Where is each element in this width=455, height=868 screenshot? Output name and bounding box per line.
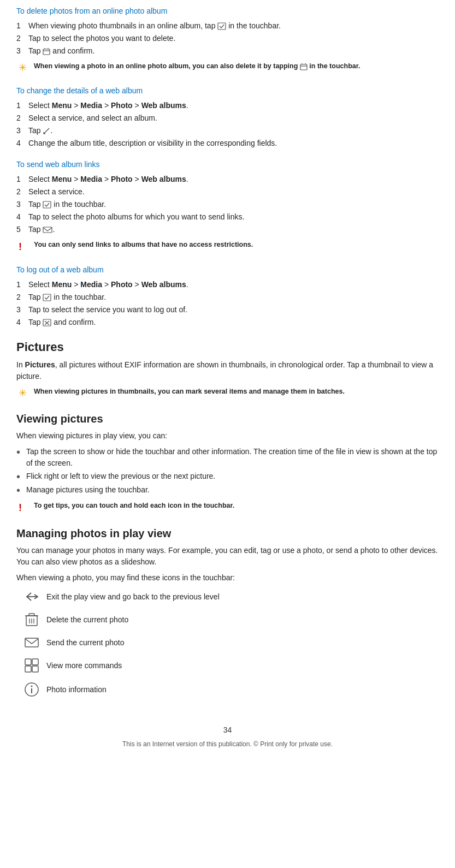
svg-line-9 <box>44 128 49 134</box>
delete-photos-steps: 1 When viewing photo thumbnails in an on… <box>16 20 439 57</box>
svg-rect-1 <box>43 49 50 55</box>
svg-rect-29 <box>32 666 38 672</box>
svg-rect-25 <box>25 638 38 647</box>
step-item: 4 Tap to select the photo albums for whi… <box>16 211 439 223</box>
tip-icon: ✳ <box>19 61 29 75</box>
svg-rect-12 <box>43 201 51 208</box>
svg-rect-14 <box>43 294 51 301</box>
step-item: 1 Select Menu > Media > Photo > Web albu… <box>16 174 439 185</box>
change-details-title: To change the details of a web album <box>16 85 439 97</box>
step-item: 3 Tap and confirm. <box>16 45 439 57</box>
info-icon <box>16 682 46 697</box>
pictures-heading: Pictures <box>16 338 439 356</box>
warning-icon: ! <box>19 240 29 254</box>
svg-rect-28 <box>25 666 31 672</box>
step-item: 2 Select a service. <box>16 186 439 198</box>
viewing-pictures-intro: When viewing pictures in play view, you … <box>16 430 439 442</box>
bullet-dot: • <box>16 471 26 483</box>
send-links-warning: ! You can only send links to albums that… <box>19 240 439 254</box>
svg-rect-27 <box>32 659 38 665</box>
tip-text: When viewing pictures in thumbnails, you… <box>34 387 345 397</box>
info-icon-desc: Photo information <box>46 684 107 695</box>
page-number: 34 <box>16 724 439 736</box>
managing-photos-heading: Managing photos in play view <box>16 525 439 542</box>
commands-icon-desc: View more commands <box>46 660 122 671</box>
back-icon <box>16 590 46 603</box>
viewing-pictures-heading: Viewing pictures <box>16 411 439 427</box>
pictures-tip: ✳ When viewing pictures in thumbnails, y… <box>16 387 439 401</box>
icon-row-send: Send the current photo <box>16 636 439 649</box>
send-icon-desc: Send the current photo <box>46 637 124 649</box>
svg-point-32 <box>31 686 32 687</box>
delete-icon-desc: Delete the current photo <box>46 614 128 626</box>
step-item: 5 Tap . <box>16 224 439 235</box>
viewing-pictures-bullets: • Tap the screen to show or hide the tou… <box>16 446 439 496</box>
managing-photos-body2: When viewing a photo, you may find these… <box>16 572 439 584</box>
step-item: 3 Tap . <box>16 125 439 136</box>
managing-photos-body1: You can manage your photos in many ways.… <box>16 545 439 568</box>
commands-icon <box>16 658 46 673</box>
send-links-title: To send web album links <box>16 159 439 170</box>
svg-rect-13 <box>43 227 52 233</box>
footer-text: This is an Internet version of this publ… <box>16 739 439 749</box>
svg-rect-26 <box>25 659 31 665</box>
back-icon-desc: Exit the play view and go back to the pr… <box>46 591 220 603</box>
change-details-section: To change the details of a web album 1 S… <box>16 85 439 149</box>
send-links-steps: 1 Select Menu > Media > Photo > Web albu… <box>16 174 439 235</box>
bullet-item: • Tap the screen to show or hide the tou… <box>16 446 439 469</box>
viewing-pictures-section: Viewing pictures When viewing pictures i… <box>16 411 439 515</box>
step-item: 1 When viewing photo thumbnails in an on… <box>16 20 439 32</box>
step-item: 4 Tap and confirm. <box>16 317 439 328</box>
bullet-item: • Flick right or left to view the previo… <box>16 471 439 483</box>
svg-rect-5 <box>300 64 307 70</box>
step-item: 3 Tap in the touchbar. <box>16 199 439 210</box>
icons-table: Exit the play view and go back to the pr… <box>16 590 439 697</box>
managing-photos-section: Managing photos in play view You can man… <box>16 525 439 697</box>
bullet-item: • Manage pictures using the touchbar. <box>16 484 439 496</box>
step-item: 3 Tap to select the service you want to … <box>16 304 439 316</box>
viewing-pictures-warning: ! To get tips, you can touch and hold ea… <box>19 501 439 515</box>
send-icon <box>16 636 46 649</box>
change-details-steps: 1 Select Menu > Media > Photo > Web albu… <box>16 100 439 149</box>
warning-text: You can only send links to albums that h… <box>34 240 253 250</box>
step-item: 2 Select a service, and select an album. <box>16 112 439 124</box>
icon-row-delete: Delete the current photo <box>16 612 439 627</box>
pictures-body: In Pictures, all pictures without EXIF i… <box>16 359 439 382</box>
pictures-section: Pictures In Pictures, all pictures witho… <box>16 338 439 401</box>
delete-photos-title: To delete photos from an online photo al… <box>16 5 439 17</box>
step-item: 1 Select Menu > Media > Photo > Web albu… <box>16 100 439 111</box>
log-out-section: To log out of a web album 1 Select Menu … <box>16 264 439 328</box>
step-item: 2 Tap to select the photos you want to d… <box>16 33 439 44</box>
page-footer: 34 This is an Internet version of this p… <box>16 719 439 749</box>
log-out-title: To log out of a web album <box>16 264 439 276</box>
send-links-section: To send web album links 1 Select Menu > … <box>16 159 439 254</box>
warning-icon: ! <box>19 501 29 515</box>
bullet-dot: • <box>16 446 26 458</box>
delete-photos-tip: ✳ When viewing a photo in an online phot… <box>16 61 439 75</box>
step-item: 2 Tap in the touchbar. <box>16 292 439 303</box>
tip-text: When viewing a photo in an online photo … <box>34 61 360 72</box>
tip-icon: ✳ <box>19 386 29 401</box>
warning-text: To get tips, you can touch and hold each… <box>34 501 234 511</box>
bullet-dot: • <box>16 484 26 496</box>
delete-photos-section: To delete photos from an online photo al… <box>16 5 439 75</box>
svg-rect-21 <box>29 614 34 616</box>
icon-row-info: Photo information <box>16 682 439 697</box>
log-out-steps: 1 Select Menu > Media > Photo > Web albu… <box>16 279 439 328</box>
step-item: 1 Select Menu > Media > Photo > Web albu… <box>16 279 439 290</box>
step-item: 4 Change the album title, description or… <box>16 138 439 149</box>
icon-row-commands: View more commands <box>16 658 439 673</box>
svg-rect-0 <box>218 23 226 29</box>
delete-icon <box>16 612 46 627</box>
icon-row-back: Exit the play view and go back to the pr… <box>16 590 439 603</box>
